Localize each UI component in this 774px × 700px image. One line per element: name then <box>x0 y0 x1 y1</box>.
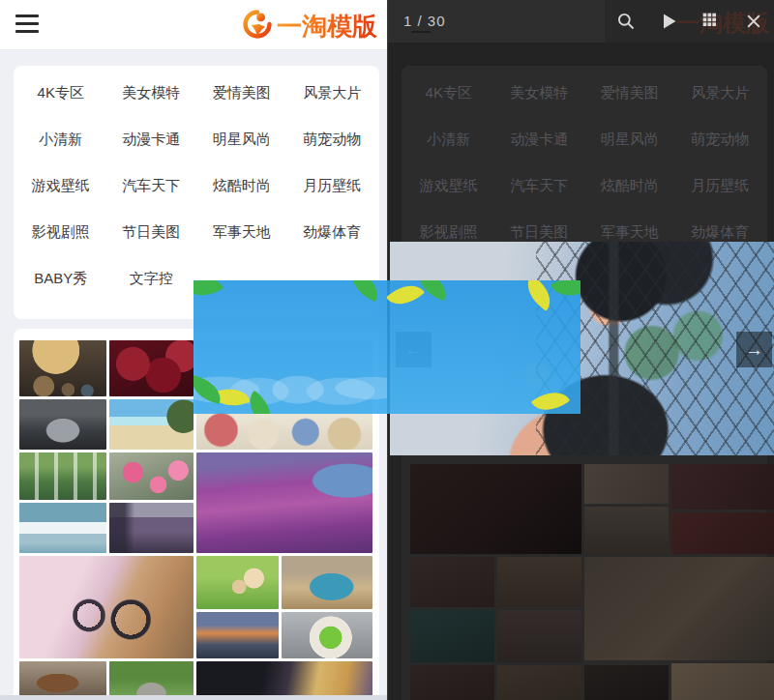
dimmed-category-item-炫酷时尚[interactable]: 炫酷时尚 <box>601 177 659 195</box>
dim-thumb-window-light[interactable] <box>671 663 774 700</box>
thumb-sunset-road[interactable] <box>196 612 279 658</box>
dim-thumb-model-white[interactable] <box>584 507 669 554</box>
category-item-动漫卡通[interactable]: 动漫卡通 <box>122 131 180 149</box>
logo-person-icon <box>242 9 273 44</box>
thumb-beach[interactable] <box>109 399 194 450</box>
category-item-小清新[interactable]: 小清新 <box>39 131 82 149</box>
dimmed-category-item-4K专区[interactable]: 4K专区 <box>426 84 472 102</box>
thumb-fantasy-road[interactable] <box>109 503 194 553</box>
ad-banner-tile-right <box>387 280 580 414</box>
dimmed-category-item-萌宠动物[interactable]: 萌宠动物 <box>691 131 749 149</box>
thumb-garage-car[interactable] <box>19 399 106 450</box>
thumb-waterfall[interactable] <box>19 452 106 500</box>
thumb-food-bowl[interactable] <box>282 612 372 658</box>
leaf-icon <box>387 280 425 313</box>
dim-thumb-model-portrait[interactable] <box>671 464 774 510</box>
category-item-影视剧照[interactable]: 影视剧照 <box>32 223 90 242</box>
logo-text: 一淘模版 <box>277 10 377 44</box>
category-item-美女模特[interactable]: 美女模特 <box>122 84 180 102</box>
dim-thumb-model-soft[interactable] <box>497 665 581 700</box>
dimmed-category-item-游戏壁纸[interactable]: 游戏壁纸 <box>420 177 478 195</box>
hamburger-menu-icon[interactable] <box>15 15 39 34</box>
thumbnails-grid-icon[interactable] <box>690 0 732 43</box>
dim-thumb-pool[interactable] <box>410 610 494 662</box>
search-icon[interactable] <box>605 0 647 43</box>
thumb-planets[interactable] <box>19 340 106 396</box>
close-icon[interactable] <box>732 0 774 43</box>
thumb-camellia[interactable] <box>109 452 194 500</box>
category-item-炫酷时尚[interactable]: 炫酷时尚 <box>213 177 271 195</box>
dimmed-category-item-劲爆体育[interactable]: 劲爆体育 <box>691 223 749 242</box>
thumb-forest-road[interactable] <box>109 661 194 700</box>
thumb-snow-mountains[interactable] <box>19 503 106 553</box>
dim-thumb-woman-face[interactable] <box>410 665 494 700</box>
dim-thumb-model-light[interactable] <box>584 464 669 504</box>
dimmed-category-item-节日美图[interactable]: 节日美图 <box>510 223 568 242</box>
dimmed-category-item-小清新[interactable]: 小清新 <box>427 131 470 149</box>
dimmed-category-item-月历壁纸[interactable]: 月历壁纸 <box>691 177 749 195</box>
dim-thumb-dolls-red[interactable] <box>671 512 774 554</box>
category-item-爱情美图[interactable]: 爱情美图 <box>213 84 271 102</box>
leaf-icon <box>551 280 580 304</box>
dimmed-category-item-爱情美图[interactable]: 爱情美图 <box>601 84 659 102</box>
site-logo[interactable]: 一淘模版 <box>242 9 377 44</box>
screenshot-stage: 一淘模版 4K专区美女模特爱情美图风景大片小清新动漫卡通明星风尚萌宠动物游戏壁纸… <box>0 0 774 700</box>
site-header: 一淘模版 <box>0 0 387 50</box>
leaf-icon <box>345 280 384 302</box>
dim-thumb-couple-dark[interactable] <box>584 665 669 700</box>
thumb-bicycle[interactable] <box>19 556 194 658</box>
dimmed-category-item-汽车天下[interactable]: 汽车天下 <box>510 177 568 195</box>
toolbar-buttons: 一淘模版 <box>605 0 774 43</box>
dimmed-category-item-军事天地[interactable]: 军事天地 <box>601 223 659 242</box>
category-item-明星风尚[interactable]: 明星风尚 <box>213 131 271 149</box>
dimmed-category-item-影视剧照[interactable]: 影视剧照 <box>420 223 478 242</box>
thumb-anime-girls[interactable] <box>196 661 372 700</box>
category-item-游戏壁纸[interactable]: 游戏壁纸 <box>32 177 90 195</box>
dim-thumb-blonde-portrait[interactable] <box>584 557 774 660</box>
category-item-风景大片[interactable]: 风景大片 <box>303 84 361 102</box>
dim-thumb-couple[interactable] <box>410 557 494 607</box>
dimmed-category-item-风景大片[interactable]: 风景大片 <box>691 84 749 102</box>
category-item-节日美图[interactable]: 节日美图 <box>122 223 180 242</box>
thumb-leather-shoe[interactable] <box>19 661 106 700</box>
dimmed-category-item-美女模特[interactable]: 美女模特 <box>510 84 568 102</box>
floating-ad-banner[interactable] <box>194 280 580 414</box>
dimmed-category-item-动漫卡通[interactable]: 动漫卡通 <box>510 131 568 149</box>
thumb-cherries[interactable] <box>109 340 194 396</box>
category-item-BABY秀[interactable]: BABY秀 <box>34 270 87 288</box>
dimmed-category-item-明星风尚[interactable]: 明星风尚 <box>601 131 659 149</box>
dim-thumb-girl-yellow[interactable] <box>497 557 581 607</box>
category-item-军事天地[interactable]: 军事天地 <box>213 223 271 242</box>
thumb-blue-car[interactable] <box>282 556 372 609</box>
lightbox-toolbar: 1 / 30 一淘模版 <box>388 0 774 43</box>
leaf-icon <box>194 280 223 305</box>
ad-banner-tile-left <box>194 280 387 414</box>
category-item-萌宠动物[interactable]: 萌宠动物 <box>303 131 361 149</box>
dim-thumb-girl-down[interactable] <box>497 610 581 662</box>
thumb-rabbits[interactable] <box>196 556 279 609</box>
next-arrow-button[interactable]: → <box>736 332 772 367</box>
dim-thumb-model-arms-up[interactable] <box>410 464 581 554</box>
category-item-劲爆体育[interactable]: 劲爆体育 <box>303 223 361 242</box>
page-bottom-strip <box>0 695 387 700</box>
image-counter: 1 / 30 <box>403 0 446 43</box>
category-item-文字控[interactable]: 文字控 <box>130 270 173 288</box>
category-item-4K专区[interactable]: 4K专区 <box>38 84 84 102</box>
leaf-icon <box>531 383 570 414</box>
category-item-汽车天下[interactable]: 汽车天下 <box>122 177 180 195</box>
play-icon[interactable] <box>647 0 690 43</box>
thumb-lavender-field[interactable] <box>196 452 372 553</box>
category-item-月历壁纸[interactable]: 月历壁纸 <box>303 177 361 195</box>
